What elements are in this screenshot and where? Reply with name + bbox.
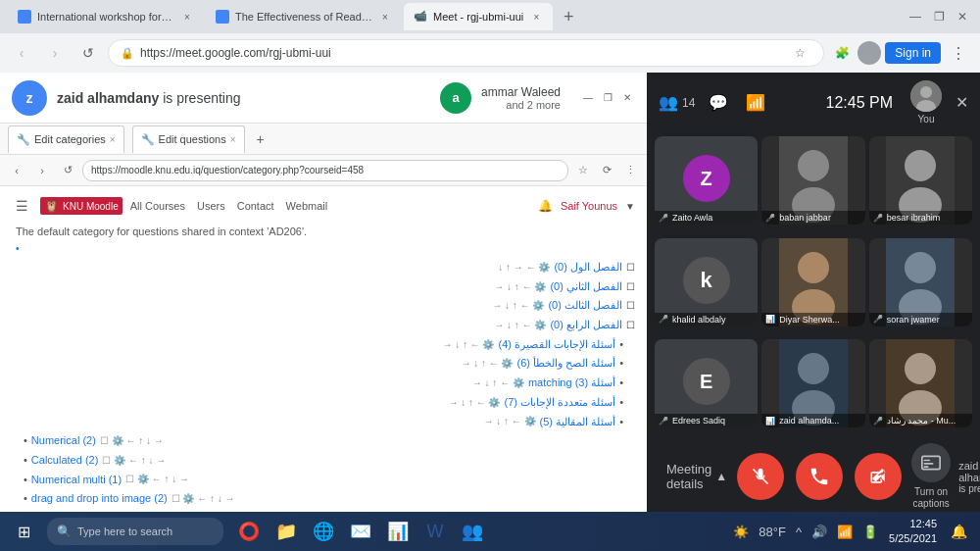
bookmark-icon[interactable]: ☆ xyxy=(788,41,811,65)
nav-forward-button[interactable]: › xyxy=(41,39,69,67)
sign-in-button[interactable]: Sign in xyxy=(885,42,941,64)
explorer-icon: 📁 xyxy=(275,521,297,542)
inner-close[interactable]: ✕ xyxy=(619,90,635,106)
taskbar-app-teams[interactable]: 👥 xyxy=(455,514,490,549)
moodle-tab-edit-categories[interactable]: 🔧 Edit categories × xyxy=(8,125,124,153)
new-tab-button[interactable]: + xyxy=(555,3,582,30)
tab-2-close[interactable]: × xyxy=(378,10,392,24)
taskbar-app-word[interactable]: W xyxy=(417,514,453,549)
address-bar[interactable]: 🔒 https://meet.google.com/rgj-ubmi-uui ☆ xyxy=(108,39,824,67)
inner-restore[interactable]: ❐ xyxy=(600,90,615,106)
cat-label-8[interactable]: أسئلة المقالية (5) xyxy=(540,413,616,431)
taskbar-app-cortana[interactable]: ⭕ xyxy=(231,514,267,549)
participants-icon: 👥 xyxy=(659,93,678,112)
tab-1-favicon xyxy=(18,10,31,24)
cat-label-4[interactable]: أسئلة الإجابات القصيرة (4) xyxy=(499,335,616,354)
moodle-tab-1-close[interactable]: × xyxy=(110,134,116,145)
moodle-star-icon[interactable]: ☆ xyxy=(572,160,594,181)
tab-2[interactable]: The Effectiveness of Reading Fo... × xyxy=(206,3,402,30)
moodle-info-link[interactable]: • xyxy=(12,243,635,254)
clock-time: 12:45 xyxy=(889,517,937,531)
cat-label-10[interactable]: Calculated (2) xyxy=(31,451,98,470)
cat-label-12[interactable]: drag and drop into image (2) xyxy=(31,489,168,508)
taskbar-app-explorer[interactable]: 📁 xyxy=(269,514,304,549)
moodle-tab-2-close[interactable]: × xyxy=(230,134,236,145)
taskbar-app-mail[interactable]: ✉️ xyxy=(343,514,378,549)
cat-checkbox-0[interactable]: ☐ xyxy=(626,259,635,276)
moodle-nav-back[interactable]: ‹ xyxy=(6,160,27,181)
cat-checkbox-2[interactable]: ☐ xyxy=(626,297,635,314)
chat-button[interactable]: 💬 xyxy=(705,89,732,116)
nav-users[interactable]: Users xyxy=(197,200,225,212)
cat-label-2[interactable]: الفصل الثالث (0) xyxy=(548,296,622,315)
moodle-tab-edit-questions-label: Edit questions xyxy=(159,133,226,145)
network-button[interactable]: 📶 xyxy=(742,89,769,116)
minimize-button[interactable]: — xyxy=(906,7,925,26)
ammar-avatar: a xyxy=(440,82,471,114)
taskbar-search-box[interactable]: 🔍 Type here to search xyxy=(47,518,223,545)
tab-3-close[interactable]: × xyxy=(529,10,543,24)
moodle-address-bar[interactable]: https://moodle.knu.edu.iq/question/categ… xyxy=(82,160,568,181)
notification-bell-icon[interactable]: 🔔 xyxy=(538,199,553,213)
inner-minimize[interactable]: — xyxy=(580,90,596,106)
cat-label-1[interactable]: الفصل الثاني (0) xyxy=(550,277,622,296)
cat-label-9[interactable]: Numerical (2) xyxy=(31,431,96,450)
office-icon: 📊 xyxy=(387,521,409,542)
cat-label-0[interactable]: الفصل الول (0) xyxy=(554,258,622,276)
cat-label-7[interactable]: أسئلة متعددة الإجابات (7) xyxy=(505,393,616,412)
taskbar-search-icon: 🔍 xyxy=(57,525,72,538)
start-button[interactable]: ⊞ xyxy=(0,512,47,551)
svg-point-1 xyxy=(920,86,932,98)
browser-menu-button[interactable]: ⋮ xyxy=(945,39,972,67)
moodle-add-tab[interactable]: + xyxy=(251,129,270,149)
meeting-details-button[interactable]: Meeting details ▲ xyxy=(666,462,727,491)
tab-3[interactable]: 📹 Meet - rgj-ubmi-uui × xyxy=(404,3,553,30)
nav-all-courses[interactable]: All Courses xyxy=(130,200,185,212)
mic-muted-icon-2: 🎤 xyxy=(873,214,883,223)
nav-contact[interactable]: Contact xyxy=(237,200,274,212)
category-item-3: ☐ الفصل الرابع (0) ⚙️ ← ↑ ↓ → xyxy=(12,316,635,334)
profile-icon[interactable] xyxy=(858,41,881,65)
close-window-button[interactable]: ✕ xyxy=(953,7,972,26)
participants-count-button[interactable]: 👥 14 xyxy=(659,93,695,112)
moodle-history-icon[interactable]: ⟳ xyxy=(596,160,617,181)
user-dropdown-icon[interactable]: ▼ xyxy=(625,201,635,212)
nav-back-button[interactable]: ‹ xyxy=(8,39,35,67)
captions-button[interactable]: Turn oncaptions xyxy=(911,443,951,510)
cat-label-11[interactable]: Numerical multi (1) xyxy=(31,471,122,489)
moodle-nav-forward[interactable]: › xyxy=(31,160,53,181)
extensions-icon[interactable]: 🧩 xyxy=(830,41,854,65)
nav-reload-button[interactable]: ↺ xyxy=(74,39,102,67)
end-call-button[interactable] xyxy=(796,453,843,500)
network-icon[interactable]: 📶 xyxy=(834,523,856,541)
battery-icon: 🔋 xyxy=(859,523,881,541)
cat-checkbox-3[interactable]: ☐ xyxy=(626,317,635,333)
restore-button[interactable]: ❐ xyxy=(929,7,949,26)
mute-button[interactable] xyxy=(737,453,784,500)
tab-1[interactable]: International workshop for Celeb... × xyxy=(8,3,204,30)
lock-icon: 🔒 xyxy=(121,47,134,60)
camera-button[interactable] xyxy=(855,453,902,500)
taskbar-app-office[interactable]: 📊 xyxy=(380,514,416,549)
cat-label-5[interactable]: أسئلة الصح والخطأ (6) xyxy=(517,354,616,373)
taskbar-clock[interactable]: 12:45 5/25/2021 xyxy=(885,517,941,547)
tab-3-title: Meet - rgj-ubmi-uui xyxy=(433,11,523,23)
moodle-menu-icon[interactable]: ⋮ xyxy=(619,160,641,181)
cat-label-3[interactable]: الفصل الرابع (0) xyxy=(550,316,622,334)
notification-button[interactable]: 🔔 xyxy=(945,518,972,545)
participant-card-2: 🎤 besar ibrahim xyxy=(869,136,972,225)
moodle-tab-edit-questions-icon: 🔧 xyxy=(141,133,155,146)
moodle-nav-reload[interactable]: ↺ xyxy=(57,160,78,181)
speaker-icon[interactable]: 🔊 xyxy=(808,523,830,541)
nav-webmail[interactable]: Webmail xyxy=(286,200,328,212)
chevron-up-icon[interactable]: ^ xyxy=(793,523,805,541)
category-item-10: • Calculated (2) ☐ ⚙️ ← ↑ ↓ → xyxy=(12,451,635,470)
close-panel-button[interactable]: ✕ xyxy=(956,93,968,112)
mail-icon: ✉️ xyxy=(350,521,371,542)
moodle-tab-edit-questions[interactable]: 🔧 Edit questions × xyxy=(132,125,245,153)
taskbar-app-edge[interactable]: 🌐 xyxy=(306,514,341,549)
hamburger-menu[interactable]: ☰ xyxy=(12,194,32,218)
cat-label-6[interactable]: أسئلة matching (3) xyxy=(528,374,615,392)
cat-checkbox-1[interactable]: ☐ xyxy=(626,278,635,295)
tab-1-close[interactable]: × xyxy=(180,10,194,24)
